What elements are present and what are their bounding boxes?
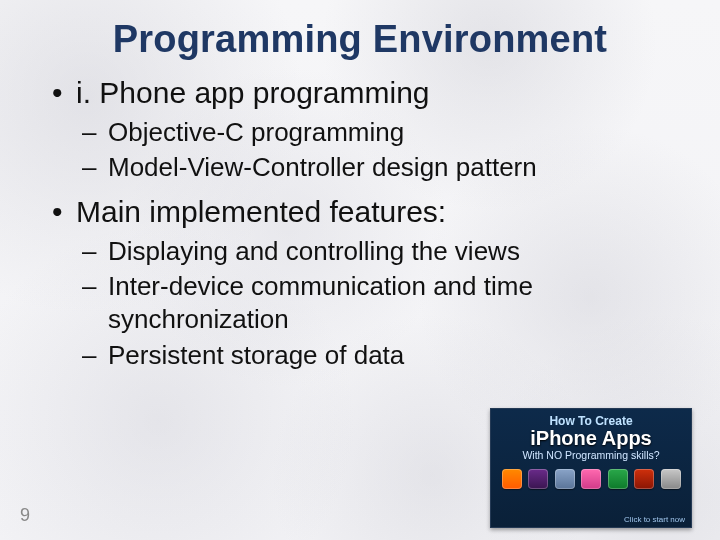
app-icon — [502, 469, 522, 489]
bullet-text: i. Phone app programming — [76, 76, 430, 109]
sub-list: Objective-C programming Model-View-Contr… — [76, 116, 672, 185]
slide: Programming Environment i. Phone app pro… — [0, 0, 720, 540]
app-icon — [528, 469, 548, 489]
app-icon — [608, 469, 628, 489]
bullet-text: Main implemented features: — [76, 195, 446, 228]
sub-item: Persistent storage of data — [108, 339, 672, 372]
app-icon — [555, 469, 575, 489]
bullet-item: Main implemented features: Displaying an… — [76, 194, 672, 372]
app-icon — [661, 469, 681, 489]
promo-image: How To Create iPhone Apps With NO Progra… — [490, 408, 692, 528]
app-icon — [581, 469, 601, 489]
bullet-item: i. Phone app programming Objective-C pro… — [76, 75, 672, 184]
sub-list: Displaying and controlling the views Int… — [76, 235, 672, 372]
bullet-list: i. Phone app programming Objective-C pro… — [48, 75, 672, 372]
sub-item: Objective-C programming — [108, 116, 672, 149]
promo-line1: How To Create — [491, 414, 691, 428]
sub-item: Displaying and controlling the views — [108, 235, 672, 268]
promo-line3: With NO Programming skills? — [491, 449, 691, 461]
promo-cta: Click to start now — [624, 515, 685, 524]
promo-icon-row — [491, 469, 691, 489]
sub-item: Model-View-Controller design pattern — [108, 151, 672, 184]
sub-item: Inter-device communication and time sync… — [108, 270, 672, 337]
promo-line2: iPhone Apps — [491, 428, 691, 448]
page-number: 9 — [20, 505, 30, 526]
app-icon — [634, 469, 654, 489]
slide-title: Programming Environment — [48, 18, 672, 61]
